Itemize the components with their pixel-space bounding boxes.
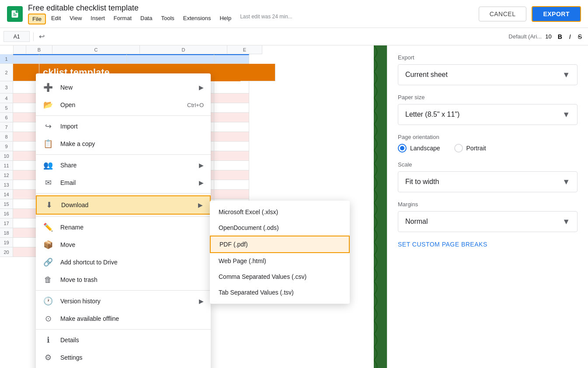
cell-b2[interactable] xyxy=(13,64,39,81)
cell-b20[interactable] xyxy=(13,247,39,257)
cancel-button[interactable]: CANCEL xyxy=(479,7,527,21)
menu-item-rename[interactable]: ✏️ Rename xyxy=(36,219,211,236)
export-button[interactable]: EXPORT xyxy=(532,6,581,22)
undo-icon[interactable]: ↩ xyxy=(37,32,46,41)
cell-b14[interactable] xyxy=(13,190,39,199)
font-name[interactable]: Default (Ari... xyxy=(508,33,542,40)
portrait-radio[interactable] xyxy=(454,144,463,153)
cell-b6[interactable] xyxy=(13,113,39,122)
menu-item-open[interactable]: 📂 Open Ctrl+O xyxy=(36,96,211,114)
app-icon xyxy=(7,6,23,22)
row-num-15: 15 xyxy=(0,199,13,209)
menu-item-download[interactable]: ⬇ Download ▶ xyxy=(36,195,211,215)
submenu-ods[interactable]: OpenDocument (.ods) xyxy=(210,220,350,236)
menu-item-email[interactable]: ✉ Email ▶ xyxy=(36,174,211,191)
export-label: Export xyxy=(398,54,578,61)
row-num-1: 1 xyxy=(0,54,13,64)
cell-b15[interactable] xyxy=(13,199,39,209)
cell-b4[interactable] xyxy=(13,94,39,103)
menu-item-add-shortcut[interactable]: 🔗 Add shortcut to Drive xyxy=(36,253,211,271)
cell-b7[interactable] xyxy=(13,122,39,132)
menu-item-share[interactable]: 👥 Share ▶ xyxy=(36,156,211,174)
email-icon: ✉ xyxy=(43,177,53,188)
cell-e13[interactable] xyxy=(214,180,249,190)
sheet-value: Current sheet xyxy=(405,71,448,79)
cell-b11[interactable] xyxy=(13,161,39,170)
cell-b13[interactable] xyxy=(13,180,39,190)
menu-data[interactable]: Data xyxy=(137,14,156,24)
submenu-csv[interactable]: Comma Separated Values (.csv) xyxy=(210,269,350,285)
doc-title[interactable]: Free editable checklist template xyxy=(28,3,479,13)
custom-breaks-button[interactable]: SET CUSTOM PAGE BREAKS xyxy=(398,241,578,248)
cell-d1[interactable] xyxy=(127,54,214,64)
submenu-pdf[interactable]: PDF (.pdf) xyxy=(210,236,350,253)
menu-item-new[interactable]: ➕ New ▶ xyxy=(36,79,211,96)
cell-e11[interactable] xyxy=(214,161,249,170)
portrait-option[interactable]: Portrait xyxy=(454,144,486,153)
cell-b3[interactable] xyxy=(13,81,39,94)
cell-b18[interactable] xyxy=(13,228,39,238)
menu-item-settings[interactable]: ⚙ Settings xyxy=(36,349,211,366)
menu-section-download: ⬇ Download ▶ xyxy=(36,194,211,217)
sheet-dropdown[interactable]: Current sheet ▼ xyxy=(398,64,578,85)
cell-e9[interactable] xyxy=(214,142,249,151)
col-header-c: C xyxy=(52,45,140,54)
cell-ref[interactable]: A1 xyxy=(3,31,30,42)
menu-section-import: ↪ Import 📋 Make a copy xyxy=(36,116,211,155)
cell-b5[interactable] xyxy=(13,103,39,113)
cell-e12[interactable] xyxy=(214,170,249,180)
margins-dropdown[interactable]: Normal ▼ xyxy=(398,211,578,232)
submenu-tsv[interactable]: Tab Separated Values (.tsv) xyxy=(210,285,350,300)
cell-e14[interactable] xyxy=(214,190,249,199)
cell-e7[interactable] xyxy=(214,122,249,132)
menu-item-move[interactable]: 📦 Move xyxy=(36,236,211,253)
cell-b8[interactable] xyxy=(13,132,39,142)
cell-b16[interactable] xyxy=(13,209,39,219)
menu-file[interactable]: File xyxy=(28,14,46,24)
menu-extensions[interactable]: Extensions xyxy=(180,14,215,24)
menu-help[interactable]: Help xyxy=(216,14,235,24)
margins-arrow: ▼ xyxy=(562,217,570,226)
menu-item-version-history[interactable]: 🕐 Version history ▶ xyxy=(36,292,211,310)
cell-b1[interactable] xyxy=(13,54,39,64)
cell-b17[interactable] xyxy=(13,219,39,228)
menu-insert[interactable]: Insert xyxy=(87,14,108,24)
menu-tools[interactable]: Tools xyxy=(157,14,177,24)
menu-item-details[interactable]: ℹ Details xyxy=(36,331,211,349)
submenu-xlsx[interactable]: Microsoft Excel (.xlsx) xyxy=(210,204,350,220)
bold-button[interactable]: B xyxy=(555,33,565,40)
cell-e5[interactable] xyxy=(214,103,249,113)
submenu-html[interactable]: Web Page (.html) xyxy=(210,253,350,269)
menu-item-import[interactable]: ↪ Import xyxy=(36,118,211,135)
menu-item-make-copy[interactable]: 📋 Make a copy xyxy=(36,135,211,153)
cell-e2[interactable] xyxy=(240,64,275,81)
cell-e1[interactable] xyxy=(214,54,249,64)
history-arrow-icon: ▶ xyxy=(199,298,204,305)
cell-e4[interactable] xyxy=(214,94,249,103)
paper-size-dropdown[interactable]: Letter (8.5" x 11") ▼ xyxy=(398,104,578,125)
cell-b19[interactable] xyxy=(13,238,39,247)
col-header-a xyxy=(13,45,26,54)
cell-c1[interactable] xyxy=(39,54,127,64)
cell-e6[interactable] xyxy=(214,113,249,122)
cell-e10[interactable] xyxy=(214,151,249,161)
menu-item-offline[interactable]: ⊙ Make available offline xyxy=(36,310,211,327)
paper-size-arrow: ▼ xyxy=(562,110,570,119)
font-size[interactable]: 10 xyxy=(545,33,551,40)
scale-dropdown[interactable]: Fit to width ▼ xyxy=(398,171,578,192)
menu-view[interactable]: View xyxy=(66,14,85,24)
menu-edit[interactable]: Edit xyxy=(48,14,64,24)
landscape-option[interactable]: Landscape xyxy=(398,144,440,153)
menu-item-trash[interactable]: 🗑 Move to trash xyxy=(36,271,211,288)
cell-b9[interactable] xyxy=(13,142,39,151)
row-num-4: 4 xyxy=(0,94,13,103)
menu-format[interactable]: Format xyxy=(110,14,135,24)
cell-e8[interactable] xyxy=(214,132,249,142)
row-num-17: 17 xyxy=(0,219,13,228)
strikethrough-button[interactable]: S xyxy=(575,33,585,40)
cell-b10[interactable] xyxy=(13,151,39,161)
cell-b12[interactable] xyxy=(13,170,39,180)
italic-button[interactable]: I xyxy=(567,33,574,40)
landscape-radio[interactable] xyxy=(398,144,407,153)
cell-e3[interactable] xyxy=(214,81,249,94)
